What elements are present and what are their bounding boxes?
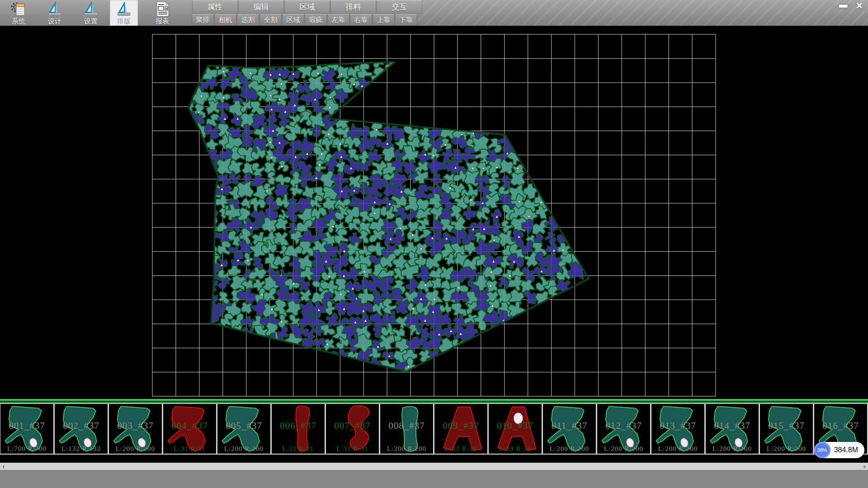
thumbnail-006_#37[interactable]: 006_#37L:21 R:21 xyxy=(271,403,326,455)
piece-shape xyxy=(651,404,704,454)
piece-shape xyxy=(326,404,378,454)
report-doc-icon xyxy=(153,1,171,17)
close-icon: ✕ xyxy=(856,1,863,10)
minimize-button[interactable] xyxy=(836,1,850,11)
thumbnail-003_#37[interactable]: 003_#37L:200 R:200 xyxy=(108,403,163,455)
nesting-canvas[interactable] xyxy=(0,26,868,399)
toolbar: 系统设计设置排版报表 属性编辑区域排料交互 聚排相机选割全割区域瑕疵左靠右靠上靠… xyxy=(0,0,868,26)
mode-button-label: 排版 xyxy=(117,17,131,25)
separator-line-thick xyxy=(0,399,868,401)
action-button-9[interactable]: 上靠 xyxy=(373,14,395,26)
piece-shape xyxy=(109,404,161,454)
thumbnail-005_#37[interactable]: 005_#37L:200 R:200 xyxy=(217,403,271,455)
mode-button-5[interactable]: 报表 xyxy=(148,0,176,26)
horizontal-scrollbar[interactable]: ‹ › xyxy=(0,463,868,470)
tab-1[interactable]: 属性 xyxy=(192,0,238,14)
piece-shape xyxy=(380,404,433,454)
piece-shape xyxy=(163,404,216,454)
piece-shape xyxy=(434,404,487,454)
action-button-1[interactable]: 聚排 xyxy=(192,14,214,26)
action-button-8[interactable]: 右靠 xyxy=(350,14,372,26)
bottom-gap xyxy=(0,455,868,463)
thumbnail-008_#37[interactable]: 008_#37L:200 R:200 xyxy=(380,403,434,455)
action-button-3[interactable]: 选割 xyxy=(237,14,259,26)
separator-line-thin xyxy=(0,402,868,403)
action-button-6[interactable]: 瑕疵 xyxy=(305,14,327,26)
action-button-bar: 聚排相机选割全割区域瑕疵左靠右靠上靠下靠 xyxy=(192,14,418,26)
piece-thumbnail-strip: 001_#37L:700 R:700002_#37L:132 R:132003_… xyxy=(0,403,868,455)
action-button-10[interactable]: 下靠 xyxy=(395,14,417,26)
thumbnail-013_#37[interactable]: 013_#37L:200 R:200 xyxy=(651,403,705,455)
piece-shape xyxy=(489,404,541,454)
mode-button-label: 设置 xyxy=(84,17,98,25)
system-gear-icon xyxy=(9,1,28,17)
piece-shape xyxy=(760,404,812,454)
thumbnail-007_#37[interactable]: 007_#37L:31 R:31 xyxy=(326,403,380,455)
thumbnail-010_#37[interactable]: 010_#37L:33 R:33 xyxy=(488,403,542,455)
close-button[interactable]: ✕ xyxy=(853,1,866,11)
set-square-icon xyxy=(115,1,133,17)
thumbnail-012_#37[interactable]: 012_#37L:200 R:200 xyxy=(597,403,651,455)
mode-button-label: 设计 xyxy=(48,17,61,25)
set-square-icon xyxy=(82,1,100,17)
mode-button-1[interactable]: 系统 xyxy=(5,0,33,26)
nested-pieces-layer xyxy=(179,52,587,377)
set-square-icon xyxy=(46,1,64,17)
piece-shape xyxy=(217,404,270,454)
action-button-4[interactable]: 全割 xyxy=(259,14,282,26)
thumbnail-002_#37[interactable]: 002_#37L:132 R:132 xyxy=(54,403,108,455)
mode-button-4[interactable]: 排版 xyxy=(110,0,138,26)
thumbnail-panel-separator xyxy=(0,399,868,403)
piece-shape xyxy=(597,404,650,454)
mode-button-label: 报表 xyxy=(156,17,169,25)
scroll-right-arrow[interactable]: › xyxy=(861,463,868,470)
tab-4[interactable]: 排料 xyxy=(330,0,376,14)
minimize-icon xyxy=(838,4,848,8)
progress-percent-badge: 38% xyxy=(814,442,830,458)
tab-5[interactable]: 交互 xyxy=(377,0,422,14)
menu-tab-bar: 属性编辑区域排料交互 xyxy=(192,0,423,14)
mode-button-label: 系统 xyxy=(12,17,25,25)
piece-shape xyxy=(272,404,324,454)
action-button-2[interactable]: 相机 xyxy=(214,14,236,26)
tab-3[interactable]: 区域 xyxy=(284,0,330,14)
thumbnail-004_#37[interactable]: 004_#37L:31 R:31 xyxy=(163,403,217,455)
window-controls: ✕ xyxy=(836,1,866,12)
thumbnail-014_#37[interactable]: 014_#37L:200 R:200 xyxy=(705,403,760,455)
scroll-left-arrow[interactable]: ‹ xyxy=(0,463,7,470)
thumbnail-001_#37[interactable]: 001_#37L:700 R:700 xyxy=(0,403,54,455)
piece-shape xyxy=(55,404,107,454)
piece-shape xyxy=(0,404,53,454)
mode-button-2[interactable]: 设计 xyxy=(41,0,69,26)
thumbnail-011_#37[interactable]: 011_#37L:200 R:200 xyxy=(542,403,597,455)
piece-shape xyxy=(706,404,758,454)
canvas-svg xyxy=(0,26,868,399)
mode-button-3[interactable]: 设置 xyxy=(77,0,105,26)
thumbnail-009_#37[interactable]: 009_#37L:32 R:31 xyxy=(434,403,488,455)
application-window: 系统设计设置排版报表 属性编辑区域排料交互 聚排相机选割全割区域瑕疵左靠右靠上靠… xyxy=(0,0,868,488)
status-badge: 38% 384.8M xyxy=(814,442,864,458)
action-button-5[interactable]: 区域 xyxy=(282,14,304,26)
action-button-7[interactable]: 左靠 xyxy=(327,14,349,26)
piece-shape xyxy=(543,404,595,454)
tab-2[interactable]: 编辑 xyxy=(238,0,284,14)
status-bar xyxy=(0,470,868,488)
thumbnail-015_#37[interactable]: 015_#37L:200 R:200 xyxy=(760,403,814,455)
memory-usage-label: 384.8M xyxy=(834,446,858,454)
